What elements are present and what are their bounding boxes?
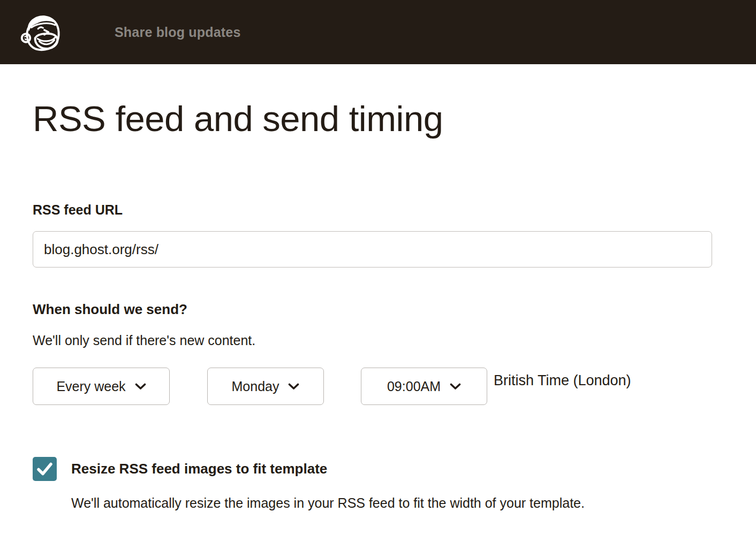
chevron-down-icon [450,383,461,390]
resize-images-description: We'll automatically resize the images in… [71,495,723,511]
time-dropdown[interactable]: 09:00AM [361,368,487,405]
campaign-name: Share blog updates [115,25,241,40]
chevron-down-icon [135,383,146,390]
resize-images-checkbox[interactable] [33,457,57,481]
mailchimp-freddie-icon-svg [19,11,61,54]
frequency-dropdown[interactable]: Every week [33,368,170,405]
resize-images-label: Resize RSS feed images to fit template [71,461,327,477]
timezone-label: British Time (London) [494,371,631,389]
day-value: Monday [232,379,279,394]
checkmark-icon [33,457,57,481]
chevron-down-icon [288,383,299,390]
page-title: RSS feed and send timing [33,97,723,140]
day-dropdown[interactable]: Monday [207,368,324,405]
top-bar: Share blog updates [0,0,756,64]
rss-feed-url-input[interactable] [33,231,712,268]
send-schedule-note: We'll only send if there's new content. [33,333,723,348]
time-value: 09:00AM [387,379,441,394]
mailchimp-freddie-icon[interactable] [19,9,61,55]
resize-option-row: Resize RSS feed images to fit template [33,457,723,481]
schedule-row: Every week Monday 09:00AM British Time (… [33,368,723,405]
rss-settings-page: RSS feed and send timing RSS feed URL Wh… [0,97,756,511]
rss-feed-url-label: RSS feed URL [33,202,723,218]
send-schedule-heading: When should we send? [33,301,723,318]
frequency-value: Every week [56,379,125,394]
